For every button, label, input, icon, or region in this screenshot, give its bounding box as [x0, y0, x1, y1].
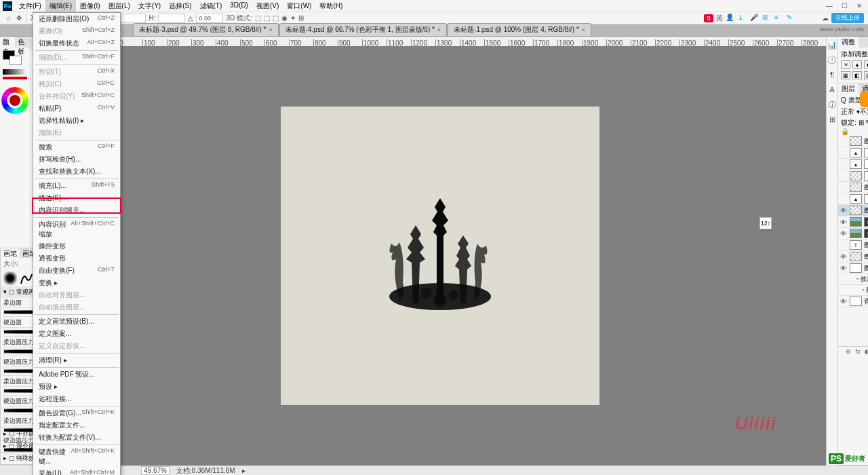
- history-icon[interactable]: 🕐: [827, 54, 837, 65]
- adj-icon[interactable]: ☀: [841, 60, 850, 69]
- upload-button[interactable]: 在线上传: [831, 13, 864, 23]
- histogram-icon[interactable]: 📊: [827, 39, 837, 50]
- info-icon[interactable]: ⓘ: [827, 99, 837, 110]
- menu-8[interactable]: 视图(V): [252, 0, 283, 12]
- layer-row[interactable]: 色彩平衡 1: [838, 170, 868, 182]
- menu-item[interactable]: 透视变形: [33, 252, 120, 265]
- ext-icon[interactable]: ⊞: [762, 14, 772, 23]
- background-swatch[interactable]: [9, 56, 22, 65]
- menu-item[interactable]: 预设 ▸: [33, 381, 120, 393]
- float-badge[interactable]: 12↕: [760, 217, 772, 229]
- menu-item[interactable]: 内容识别缩放Alt+Shift+Ctrl+C: [33, 218, 120, 240]
- menu-7[interactable]: 3D(D): [226, 0, 252, 12]
- close-tab-icon[interactable]: ×: [437, 26, 441, 33]
- adj-icon[interactable]: ▤: [864, 71, 868, 79]
- layer-row[interactable]: T图层 5: [838, 240, 868, 251]
- home-icon[interactable]: ⌂: [4, 14, 14, 23]
- menu-item[interactable]: 键盘快捷键...Alt+Shift+Ctrl+K: [33, 446, 120, 468]
- layer-row[interactable]: ▲色阶 2: [838, 159, 868, 170]
- menu-9[interactable]: 窗口(W): [283, 0, 315, 12]
- h-field[interactable]: [158, 14, 185, 23]
- visibility-icon[interactable]: 👁: [840, 265, 848, 272]
- color-tab[interactable]: 颜色: [0, 37, 15, 48]
- layer-row[interactable]: 图层 6: [838, 182, 868, 193]
- ime-icon[interactable]: S: [704, 14, 713, 22]
- menu-item[interactable]: 转换为配置文件(V)...: [33, 432, 120, 444]
- layer-mask[interactable]: [864, 148, 868, 157]
- layer-thumb[interactable]: [850, 206, 862, 215]
- brushes-tab[interactable]: 画笔: [1, 248, 20, 258]
- menu-item[interactable]: 自由变换(F)Ctrl+T: [33, 265, 120, 277]
- layer-row[interactable]: 👁S图层 1: [838, 228, 868, 240]
- layer-thumb[interactable]: [850, 171, 862, 180]
- menu-item[interactable]: 清理(R) ▸: [33, 354, 120, 366]
- menu-item[interactable]: Adobe PDF 预设...: [33, 368, 120, 381]
- menu-item[interactable]: 切换最终状态Alt+Ctrl+Z: [33, 37, 120, 50]
- visibility-icon[interactable]: 👁: [840, 298, 848, 305]
- menu-item[interactable]: 远程连接...: [33, 393, 120, 405]
- menu-item[interactable]: 填充(L)...Shift+F5: [33, 180, 120, 192]
- close-tab-icon[interactable]: ×: [582, 26, 585, 33]
- menu-item[interactable]: 还原删除图层(O)Ctrl+Z: [33, 13, 120, 25]
- menu-0[interactable]: 文件(F): [15, 0, 45, 12]
- layer-thumb[interactable]: [850, 297, 862, 306]
- menu-5[interactable]: 选择(S): [165, 0, 195, 12]
- cloud-icon[interactable]: ☁: [822, 14, 829, 22]
- canvas-area[interactable]: [54, 46, 826, 466]
- menu-3[interactable]: 图层(L): [104, 0, 134, 12]
- navigator-icon[interactable]: ⊞: [827, 114, 837, 125]
- ext-icon[interactable]: ⤓: [738, 14, 747, 23]
- maximize-button[interactable]: ☐: [837, 0, 852, 11]
- move-tool-icon[interactable]: ✥: [16, 14, 22, 22]
- zoom-field[interactable]: 49.67%: [141, 466, 170, 475]
- layer-kind[interactable]: Q 类型: [841, 96, 862, 105]
- doc-tab[interactable]: 未标题-1.psd @ 100% (图层 4, RGB/8#) *×: [448, 23, 591, 36]
- layer-row[interactable]: 👁图层 2fx ▾: [838, 263, 868, 274]
- menu-item[interactable]: 拼写检查(H)...: [33, 153, 120, 166]
- layer-row[interactable]: ▲色阶 1: [838, 147, 868, 159]
- layer-row[interactable]: 👁图层 4: [838, 251, 868, 263]
- menu-item[interactable]: 选择性粘贴(I) ▸: [33, 115, 120, 127]
- orange-tab[interactable]: [860, 91, 868, 107]
- swatches-tab[interactable]: 色板: [15, 37, 30, 48]
- layer-row[interactable]: 👁图层 8: [838, 205, 868, 216]
- layer-thumb[interactable]: [850, 183, 862, 192]
- paragraph-icon[interactable]: ¶: [827, 69, 837, 80]
- layer-row[interactable]: ▲色阶 3: [838, 193, 868, 205]
- layer-thumb[interactable]: ▲: [850, 148, 862, 157]
- adj-icon[interactable]: ◐: [864, 60, 868, 69]
- close-button[interactable]: ✕: [852, 0, 867, 11]
- menu-item[interactable]: 粘贴(P)Ctrl+V: [33, 102, 120, 115]
- 3d-icon[interactable]: ⬚: [264, 14, 270, 22]
- layer-mask[interactable]: [864, 194, 868, 204]
- chevron-icon[interactable]: ▸: [242, 467, 245, 474]
- doc-tab[interactable]: 未标题-4.psd @ 66.7% (色彩平衡 1, 图层蒙版/8) *×: [279, 23, 447, 36]
- layer-thumb[interactable]: [850, 263, 862, 273]
- ext-icon[interactable]: 🎤: [750, 14, 760, 23]
- minimize-button[interactable]: —: [822, 0, 837, 11]
- ext-icon[interactable]: 👤: [726, 14, 735, 23]
- menu-item[interactable]: 菜单(U)...Alt+Shift+Ctrl+M: [33, 468, 120, 475]
- visibility-icon[interactable]: 👁: [840, 230, 848, 238]
- menu-6[interactable]: 滤镜(T): [196, 0, 226, 12]
- visibility-icon[interactable]: 👁: [840, 207, 848, 214]
- menu-item[interactable]: 查找和替换文本(X)...: [33, 166, 120, 178]
- menu-item[interactable]: 操控变形: [33, 240, 120, 252]
- layer-thumb[interactable]: [850, 252, 862, 261]
- layer-thumb[interactable]: T: [850, 240, 862, 250]
- doc-tab[interactable]: 未标题-3.psd @ 49.7% (图层 8, RGB/8#) *×: [133, 23, 279, 36]
- fx-icon[interactable]: fx: [854, 348, 862, 356]
- visibility-icon[interactable]: 👁: [840, 253, 848, 261]
- color-picker-dot[interactable]: [9, 95, 20, 106]
- menu-2[interactable]: 图像(I): [76, 0, 104, 12]
- visibility-icon[interactable]: 👁: [840, 218, 848, 226]
- blend-mode[interactable]: 正常: [841, 108, 854, 115]
- menu-10[interactable]: 帮助(H): [315, 0, 347, 12]
- gradient-bar[interactable]: [3, 69, 27, 75]
- link-icon[interactable]: ⊕: [844, 348, 852, 356]
- layer-row[interactable]: ◦ 颜色叠加: [838, 285, 868, 296]
- layer-thumb[interactable]: [850, 217, 862, 227]
- adj-icon[interactable]: ▲: [852, 60, 862, 69]
- layer-row[interactable]: 👁S图层 1 拷贝: [838, 216, 868, 228]
- layers-tab[interactable]: 图层: [838, 83, 859, 94]
